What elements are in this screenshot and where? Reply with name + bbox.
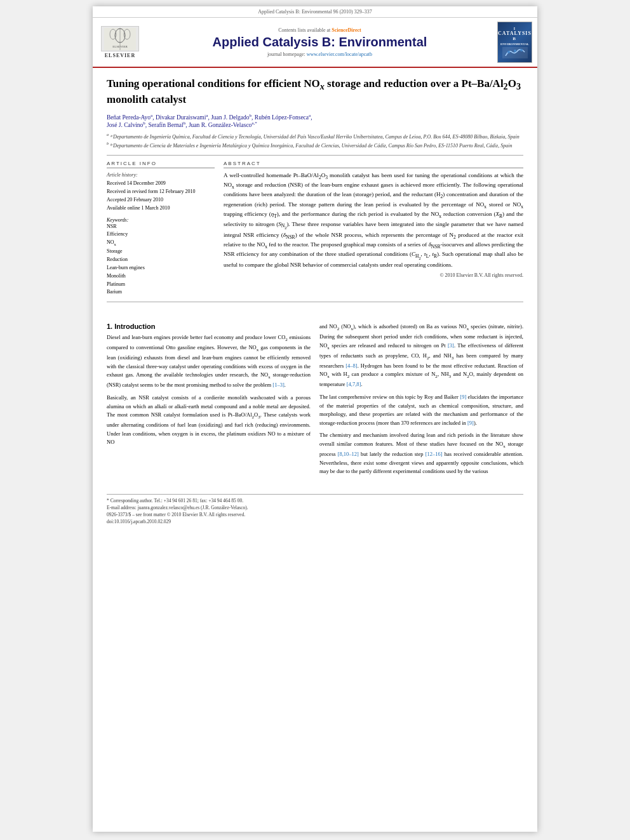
sciencedirect-line: Contents lists available at ScienceDirec… — [147, 27, 492, 33]
intro-paragraph-3: The last comprehensive review on this to… — [319, 393, 523, 427]
svg-text:ELSEVIER: ELSEVIER — [112, 45, 128, 48]
article-info-header: ARTICLE INFO — [107, 161, 215, 168]
keywords-label: Keywords: — [107, 217, 215, 223]
abstract-header: ABSTRACT — [224, 161, 523, 168]
footnote-doi: doi:10.1016/j.apcatb.2010.02.029 — [107, 518, 523, 525]
catalysis-journal-logo: I CATALYSIS B ENVIRONMENTAL — [497, 22, 532, 63]
elsevier-tree-image: ELSEVIER — [101, 26, 139, 51]
article-info-col: ARTICLE INFO Article history: Received 1… — [107, 161, 215, 297]
journal-banner: ELSEVIER ELSEVIER Contents lists availab… — [93, 18, 537, 68]
intro-paragraph-4: The chemistry and mechanism involved dur… — [319, 431, 523, 476]
keyword-monolith: Monolith — [107, 272, 215, 281]
elsevier-text: ELSEVIER — [105, 53, 135, 58]
copyright-line: © 2010 Elsevier B.V. All rights reserved… — [224, 272, 523, 278]
elsevier-logo: ELSEVIER ELSEVIER — [98, 26, 142, 58]
keyword-storage: Storage — [107, 248, 215, 256]
accepted-date: Accepted 20 February 2010 — [107, 196, 215, 204]
journal-header: Applied Catalysis B: Environmental 96 (2… — [93, 6, 537, 18]
revised-date: Received in revised form 12 February 201… — [107, 188, 215, 196]
keyword-platinum: Platinum — [107, 281, 215, 289]
info-abstract-columns: ARTICLE INFO Article history: Received 1… — [107, 161, 523, 297]
article-area: Tuning operational conditions for effici… — [93, 68, 537, 316]
keyword-nsr: NSR — [107, 223, 215, 231]
svg-point-8 — [514, 50, 516, 52]
svg-point-9 — [520, 49, 523, 51]
keyword-efficiency: Efficiency — [107, 230, 215, 239]
article-title: Tuning operational conditions for effici… — [107, 77, 523, 107]
footnote-email: E-mail address: juanra.gonzalez.velasco@… — [107, 504, 523, 511]
body-area: 1. Introduction Diesel and lean-burn eng… — [93, 316, 537, 489]
journal-homepage: journal homepage: www.elsevier.com/locat… — [147, 51, 492, 57]
intro-paragraph-2-cont: and NO2 (NOx), which is adsorbed (stored… — [319, 323, 523, 389]
keyword-nox: NOx — [107, 239, 215, 248]
journal-meta-top: Applied Catalysis B: Environmental 96 (2… — [142, 9, 488, 15]
intro-section-title: 1. Introduction — [107, 323, 311, 330]
body-right-col: and NO2 (NOx), which is adsorbed (stored… — [319, 323, 523, 480]
journal-title-block: Contents lists available at ScienceDirec… — [147, 27, 492, 57]
received-date: Received 14 December 2009 — [107, 180, 215, 187]
footnotes: * Corresponding author. Tel.: +34 94 601… — [107, 494, 523, 526]
available-date: Available online 1 March 2010 — [107, 204, 215, 212]
keyword-lean-burn: Lean-burn engines — [107, 264, 215, 272]
footnote-issn: 0926-3373/$ – see front matter © 2010 El… — [107, 511, 523, 518]
abstract-col: ABSTRACT A well-controlled homemade Pt–B… — [224, 161, 523, 297]
body-left-col: 1. Introduction Diesel and lean-burn eng… — [107, 323, 311, 480]
keywords-block: Keywords: NSR Efficiency NOx Storage Red… — [107, 217, 215, 297]
divider — [107, 155, 523, 156]
authors: Beñat Pereda-Ayoa, Divakar Duraiswamia, … — [107, 113, 523, 128]
keyword-barium: Barium — [107, 288, 215, 297]
page: Applied Catalysis B: Environmental 96 (2… — [93, 6, 537, 832]
svg-point-7 — [507, 51, 510, 53]
article-history-label: Article history: — [107, 171, 215, 179]
affiliations: a ᵃ Departamento de Ingeniería Química, … — [107, 132, 523, 149]
divider2 — [107, 302, 523, 302]
footnote-corresponding: * Corresponding author. Tel.: +34 94 601… — [107, 497, 523, 504]
abstract-text: A well-controlled homemade Pt–BaO/Al2O3 … — [224, 171, 523, 270]
intro-paragraph-2: Basically, an NSR catalyst consists of a… — [107, 394, 311, 447]
body-two-col: 1. Introduction Diesel and lean-burn eng… — [107, 323, 523, 480]
journal-main-title: Applied Catalysis B: Environmental — [147, 35, 492, 50]
keyword-reduction: Reduction — [107, 256, 215, 264]
intro-paragraph-1: Diesel and lean-burn engines provide bet… — [107, 333, 311, 390]
